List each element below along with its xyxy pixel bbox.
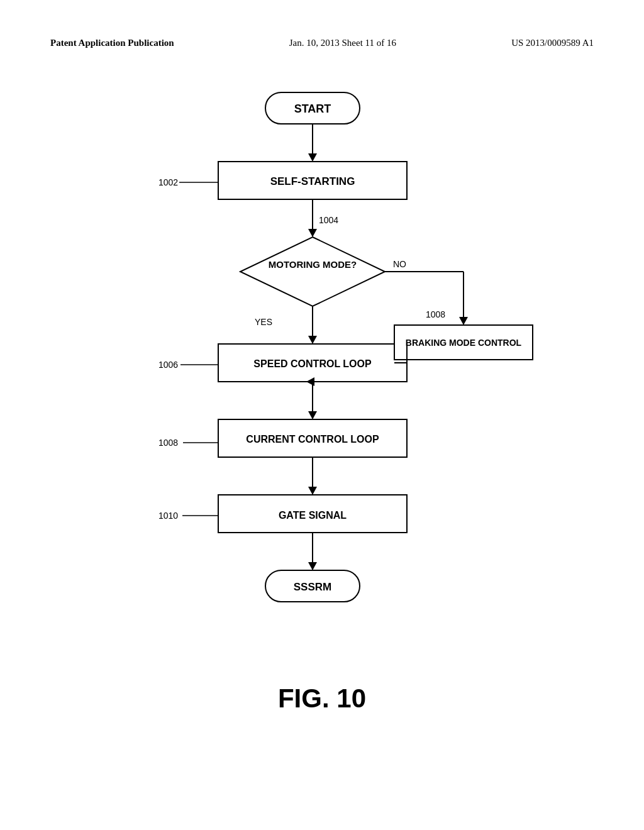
page: Patent Application Publication Jan. 10, …: [0, 0, 644, 830]
svg-marker-21: [308, 411, 317, 419]
current-control-loop-label: CURRENT CONTROL LOOP: [246, 434, 379, 445]
svg-marker-6: [308, 229, 317, 237]
label-1010: 1010: [158, 511, 178, 521]
figure-caption: FIG. 10: [50, 683, 594, 714]
svg-marker-14: [459, 317, 468, 325]
motoring-mode-label: MOTORING MODE?: [269, 259, 357, 270]
label-1006: 1006: [158, 360, 178, 370]
start-label: START: [294, 102, 331, 115]
label-1008-braking: 1008: [426, 309, 445, 319]
header-patent-number: US 2013/0009589 A1: [511, 38, 594, 48]
label-1004: 1004: [319, 215, 338, 225]
label-1002: 1002: [158, 177, 178, 187]
header: Patent Application Publication Jan. 10, …: [50, 38, 594, 48]
svg-marker-7: [240, 237, 385, 306]
svg-marker-9: [308, 336, 317, 344]
header-date-sheet: Jan. 10, 2013 Sheet 11 of 16: [289, 38, 396, 48]
header-publication-label: Patent Application Publication: [50, 38, 174, 48]
label-1008-current: 1008: [158, 438, 178, 448]
no-label: NO: [393, 259, 406, 269]
sssrm-label: SSSRM: [294, 581, 331, 593]
self-starting-label: SELF-STARTING: [270, 175, 355, 187]
braking-mode-control-label: BRAKING MODE CONTROL: [406, 338, 522, 348]
svg-marker-2: [308, 153, 317, 162]
gate-signal-label: GATE SIGNAL: [279, 510, 347, 521]
svg-marker-29: [308, 562, 317, 570]
yes-label: YES: [255, 317, 272, 327]
speed-control-loop-label: SPEED CONTROL LOOP: [253, 358, 372, 369]
flowchart-diagram: START 1002 SELF-STARTING 1004 MOTORING M…: [86, 86, 558, 658]
svg-marker-25: [308, 487, 317, 495]
